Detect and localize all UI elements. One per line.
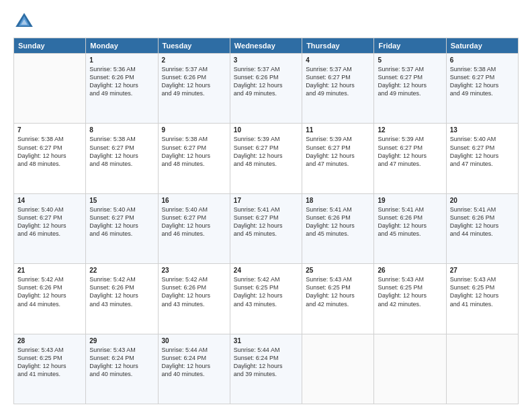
day-number: 20 — [450, 197, 515, 204]
calendar-cell: 18Sunrise: 5:41 AMSunset: 6:26 PMDayligh… — [302, 193, 374, 263]
week-row-4: 21Sunrise: 5:42 AMSunset: 6:26 PMDayligh… — [14, 264, 519, 334]
day-info: Sunrise: 5:43 AMSunset: 6:25 PMDaylight:… — [378, 275, 442, 308]
weekday-header-sunday: Sunday — [14, 38, 86, 54]
day-info: Sunrise: 5:43 AMSunset: 6:25 PMDaylight:… — [450, 275, 515, 308]
calendar-cell: 14Sunrise: 5:40 AMSunset: 6:27 PMDayligh… — [14, 193, 86, 263]
calendar-cell: 29Sunrise: 5:43 AMSunset: 6:24 PMDayligh… — [86, 334, 158, 404]
day-number: 22 — [89, 267, 154, 274]
day-info: Sunrise: 5:37 AMSunset: 6:27 PMDaylight:… — [306, 65, 370, 98]
day-number: 30 — [162, 337, 226, 345]
calendar-cell — [374, 334, 446, 404]
weekday-header-row: SundayMondayTuesdayWednesdayThursdayFrid… — [14, 38, 519, 54]
day-info: Sunrise: 5:41 AMSunset: 6:27 PMDaylight:… — [234, 205, 298, 238]
day-info: Sunrise: 5:42 AMSunset: 6:26 PMDaylight:… — [162, 275, 226, 308]
day-info: Sunrise: 5:41 AMSunset: 6:26 PMDaylight:… — [450, 205, 515, 238]
day-number: 8 — [89, 126, 154, 134]
calendar-cell: 27Sunrise: 5:43 AMSunset: 6:25 PMDayligh… — [446, 264, 518, 334]
day-info: Sunrise: 5:38 AMSunset: 6:27 PMDaylight:… — [17, 135, 82, 168]
day-info: Sunrise: 5:39 AMSunset: 6:27 PMDaylight:… — [234, 135, 298, 168]
calendar-cell: 8Sunrise: 5:38 AMSunset: 6:27 PMDaylight… — [86, 124, 158, 193]
day-number: 15 — [89, 197, 154, 204]
day-number: 12 — [378, 126, 442, 134]
calendar-cell: 25Sunrise: 5:43 AMSunset: 6:25 PMDayligh… — [302, 264, 374, 334]
calendar-cell: 12Sunrise: 5:39 AMSunset: 6:27 PMDayligh… — [374, 124, 446, 193]
day-info: Sunrise: 5:37 AMSunset: 6:26 PMDaylight:… — [162, 65, 226, 98]
weekday-header-tuesday: Tuesday — [158, 38, 230, 54]
calendar-cell: 20Sunrise: 5:41 AMSunset: 6:26 PMDayligh… — [446, 193, 518, 263]
day-number: 9 — [162, 126, 226, 134]
weekday-header-wednesday: Wednesday — [230, 38, 302, 54]
calendar-cell: 28Sunrise: 5:43 AMSunset: 6:25 PMDayligh… — [14, 334, 86, 404]
week-row-1: 1Sunrise: 5:36 AMSunset: 6:26 PMDaylight… — [14, 54, 519, 124]
weekday-header-thursday: Thursday — [302, 38, 374, 54]
day-number: 17 — [234, 197, 298, 204]
day-info: Sunrise: 5:43 AMSunset: 6:25 PMDaylight:… — [306, 275, 370, 308]
day-number: 3 — [234, 56, 298, 64]
day-number: 23 — [162, 267, 226, 274]
calendar-cell: 6Sunrise: 5:38 AMSunset: 6:27 PMDaylight… — [446, 54, 518, 124]
day-number: 26 — [378, 267, 442, 274]
day-info: Sunrise: 5:41 AMSunset: 6:26 PMDaylight:… — [306, 205, 370, 238]
day-info: Sunrise: 5:38 AMSunset: 6:27 PMDaylight:… — [450, 65, 515, 98]
calendar-cell: 13Sunrise: 5:40 AMSunset: 6:27 PMDayligh… — [446, 124, 518, 193]
day-info: Sunrise: 5:40 AMSunset: 6:27 PMDaylight:… — [450, 135, 515, 168]
day-number: 2 — [162, 56, 226, 64]
logo-icon — [13, 11, 35, 32]
day-info: Sunrise: 5:39 AMSunset: 6:27 PMDaylight:… — [306, 135, 370, 168]
day-number: 24 — [234, 267, 298, 274]
header — [13, 11, 519, 32]
calendar-cell: 4Sunrise: 5:37 AMSunset: 6:27 PMDaylight… — [302, 54, 374, 124]
calendar-cell: 22Sunrise: 5:42 AMSunset: 6:26 PMDayligh… — [86, 264, 158, 334]
day-info: Sunrise: 5:43 AMSunset: 6:24 PMDaylight:… — [89, 346, 154, 379]
day-info: Sunrise: 5:41 AMSunset: 6:26 PMDaylight:… — [378, 205, 442, 238]
day-number: 1 — [89, 56, 154, 64]
week-row-5: 28Sunrise: 5:43 AMSunset: 6:25 PMDayligh… — [14, 334, 519, 404]
day-number: 16 — [162, 197, 226, 204]
day-number: 18 — [306, 197, 370, 204]
day-number: 28 — [17, 337, 82, 345]
calendar-cell: 23Sunrise: 5:42 AMSunset: 6:26 PMDayligh… — [158, 264, 230, 334]
week-row-2: 7Sunrise: 5:38 AMSunset: 6:27 PMDaylight… — [14, 124, 519, 193]
calendar-cell: 11Sunrise: 5:39 AMSunset: 6:27 PMDayligh… — [302, 124, 374, 193]
week-row-3: 14Sunrise: 5:40 AMSunset: 6:27 PMDayligh… — [14, 193, 519, 263]
day-info: Sunrise: 5:44 AMSunset: 6:24 PMDaylight:… — [234, 346, 298, 379]
day-info: Sunrise: 5:40 AMSunset: 6:27 PMDaylight:… — [162, 205, 226, 238]
calendar-cell: 15Sunrise: 5:40 AMSunset: 6:27 PMDayligh… — [86, 193, 158, 263]
weekday-header-monday: Monday — [86, 38, 158, 54]
calendar-cell: 17Sunrise: 5:41 AMSunset: 6:27 PMDayligh… — [230, 193, 302, 263]
calendar-cell: 2Sunrise: 5:37 AMSunset: 6:26 PMDaylight… — [158, 54, 230, 124]
logo — [13, 11, 38, 32]
day-number: 27 — [450, 267, 515, 274]
day-info: Sunrise: 5:36 AMSunset: 6:26 PMDaylight:… — [89, 65, 154, 98]
day-info: Sunrise: 5:44 AMSunset: 6:24 PMDaylight:… — [162, 346, 226, 379]
calendar-cell — [302, 334, 374, 404]
calendar-cell — [446, 334, 518, 404]
day-info: Sunrise: 5:40 AMSunset: 6:27 PMDaylight:… — [89, 205, 154, 238]
calendar-cell: 1Sunrise: 5:36 AMSunset: 6:26 PMDaylight… — [86, 54, 158, 124]
calendar-cell: 5Sunrise: 5:37 AMSunset: 6:27 PMDaylight… — [374, 54, 446, 124]
day-info: Sunrise: 5:42 AMSunset: 6:26 PMDaylight:… — [89, 275, 154, 308]
day-number: 7 — [17, 126, 82, 134]
day-info: Sunrise: 5:37 AMSunset: 6:26 PMDaylight:… — [234, 65, 298, 98]
calendar-cell: 31Sunrise: 5:44 AMSunset: 6:24 PMDayligh… — [230, 334, 302, 404]
calendar-cell: 30Sunrise: 5:44 AMSunset: 6:24 PMDayligh… — [158, 334, 230, 404]
calendar-cell: 24Sunrise: 5:42 AMSunset: 6:25 PMDayligh… — [230, 264, 302, 334]
weekday-header-saturday: Saturday — [446, 38, 518, 54]
day-info: Sunrise: 5:37 AMSunset: 6:27 PMDaylight:… — [378, 65, 442, 98]
day-info: Sunrise: 5:40 AMSunset: 6:27 PMDaylight:… — [17, 205, 82, 238]
calendar-cell: 7Sunrise: 5:38 AMSunset: 6:27 PMDaylight… — [14, 124, 86, 193]
day-number: 6 — [450, 56, 515, 64]
calendar-cell: 3Sunrise: 5:37 AMSunset: 6:26 PMDaylight… — [230, 54, 302, 124]
page: SundayMondayTuesdayWednesdayThursdayFrid… — [0, 0, 532, 411]
calendar-cell: 21Sunrise: 5:42 AMSunset: 6:26 PMDayligh… — [14, 264, 86, 334]
day-info: Sunrise: 5:43 AMSunset: 6:25 PMDaylight:… — [17, 346, 82, 379]
calendar-cell: 16Sunrise: 5:40 AMSunset: 6:27 PMDayligh… — [158, 193, 230, 263]
day-number: 5 — [378, 56, 442, 64]
day-info: Sunrise: 5:38 AMSunset: 6:27 PMDaylight:… — [162, 135, 226, 168]
calendar-cell: 19Sunrise: 5:41 AMSunset: 6:26 PMDayligh… — [374, 193, 446, 263]
day-info: Sunrise: 5:39 AMSunset: 6:27 PMDaylight:… — [378, 135, 442, 168]
day-info: Sunrise: 5:42 AMSunset: 6:26 PMDaylight:… — [17, 275, 82, 308]
day-number: 14 — [17, 197, 82, 204]
calendar-cell: 26Sunrise: 5:43 AMSunset: 6:25 PMDayligh… — [374, 264, 446, 334]
day-number: 11 — [306, 126, 370, 134]
